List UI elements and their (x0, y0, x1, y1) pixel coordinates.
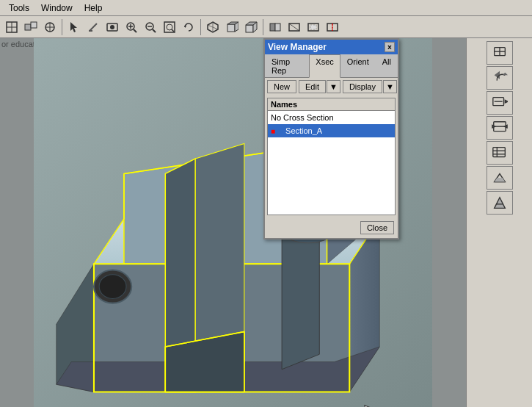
svg-line-36 (289, 24, 299, 31)
section-a-label: Section_A (285, 126, 322, 135)
svg-marker-91 (494, 178, 505, 182)
svg-rect-33 (270, 24, 275, 31)
right-btn-pan[interactable] (487, 116, 513, 140)
svg-line-19 (153, 29, 156, 32)
dialog-title: View Manager (268, 42, 327, 52)
right-btn-view-list[interactable] (487, 141, 513, 165)
svg-point-67 (99, 275, 126, 299)
toolbar-btn-zoom-in[interactable] (123, 18, 140, 36)
menu-help[interactable]: Help (79, 1, 109, 15)
names-header: Names (268, 98, 395, 111)
svg-line-16 (134, 29, 136, 32)
toolbar-btn-1[interactable] (3, 18, 21, 36)
right-btn-section-view[interactable] (487, 166, 513, 190)
svg-rect-3 (25, 24, 31, 30)
toolbar (0, 16, 532, 38)
toolbar-sep-3 (263, 19, 263, 35)
toolbar-btn-zoom-out[interactable] (142, 18, 159, 36)
svg-rect-10 (89, 30, 92, 32)
tab-simp-rep[interactable]: Simp Rep (265, 54, 309, 77)
toolbar-btn-sketch[interactable] (84, 18, 102, 36)
dialog-close-btn[interactable]: × (385, 42, 395, 52)
right-panel (466, 38, 532, 407)
svg-rect-85 (492, 148, 505, 157)
close-button[interactable]: Close (360, 221, 394, 234)
tab-all[interactable]: All (376, 54, 398, 77)
no-cross-section-item[interactable]: No Cross Section (268, 111, 395, 124)
svg-line-22 (172, 29, 174, 32)
main-area: or educational use only) (0, 38, 532, 407)
tab-orient[interactable]: Orient (340, 54, 376, 77)
menubar: Tools Window Help (0, 0, 532, 16)
right-btn-rotate[interactable] (487, 66, 513, 90)
svg-rect-38 (310, 25, 316, 29)
svg-rect-30 (246, 25, 253, 32)
svg-marker-92 (494, 198, 505, 209)
svg-rect-4 (31, 22, 37, 28)
dialog-tabs: Simp Rep Xsec Orient All (265, 54, 398, 78)
new-button[interactable]: New (267, 80, 296, 93)
svg-point-12 (110, 25, 114, 29)
toolbar-sep-1 (62, 19, 62, 35)
svg-marker-80 (505, 100, 508, 103)
toolbar-btn-hidden[interactable] (305, 18, 322, 36)
toolbar-btn-zoom-fit[interactable] (161, 18, 178, 36)
right-btn-render[interactable] (487, 191, 513, 215)
viewport[interactable]: or educational use only) (0, 38, 466, 407)
section-a-item[interactable]: ■ ▶ Section_A (268, 124, 395, 137)
svg-rect-9 (89, 23, 97, 31)
toolbar-btn-shading[interactable] (266, 18, 284, 36)
edit-dropdown-arrow[interactable]: ▼ (327, 80, 340, 93)
svg-point-21 (167, 24, 172, 30)
toolbar-btn-3[interactable] (41, 18, 59, 36)
menu-tools[interactable]: Tools (3, 1, 35, 15)
edit-dropdown: Edit ▼ (299, 80, 340, 93)
svg-rect-34 (275, 24, 280, 31)
toolbar-btn-wire[interactable] (285, 18, 303, 36)
toolbar-btn-select[interactable] (65, 18, 83, 36)
no-cross-section-label: No Cross Section (271, 113, 334, 122)
svg-marker-8 (70, 22, 77, 32)
svg-marker-77 (502, 73, 507, 76)
toolbar-btn-rotate[interactable] (180, 18, 197, 36)
svg-rect-27 (227, 24, 235, 32)
toolbar-sep-2 (200, 19, 201, 35)
edit-button[interactable]: Edit (299, 80, 326, 93)
toolbar-btn-2[interactable] (22, 18, 40, 36)
view-manager-dialog: View Manager × Simp Rep Xsec Orient All … (263, 38, 399, 239)
display-dropdown-arrow[interactable]: ▼ (383, 80, 397, 93)
svg-marker-84 (504, 125, 507, 128)
right-btn-pointer[interactable] (487, 41, 513, 65)
right-btn-zoom[interactable] (487, 91, 513, 115)
toolbar-btn-view[interactable] (103, 18, 121, 36)
menu-window[interactable]: Window (35, 1, 79, 15)
toolbar-btn-section[interactable] (324, 18, 341, 36)
toolbar-btn-3d-2[interactable] (223, 18, 241, 36)
dialog-toolbar: New Edit ▼ Display ▼ (265, 78, 398, 96)
section-a-red-icon: ■ (271, 127, 275, 135)
tab-xsec[interactable]: Xsec (309, 54, 340, 78)
toolbar-btn-3d-3[interactable] (242, 18, 260, 36)
dialog-footer: Close (265, 217, 398, 238)
dialog-titlebar: View Manager × (265, 40, 398, 54)
display-dropdown: Display ▼ (343, 80, 397, 93)
names-list: Names No Cross Section ■ ▶ Section_A (267, 98, 396, 215)
svg-marker-83 (492, 125, 495, 128)
section-a-arrow-icon: ▶ (277, 127, 283, 135)
display-button[interactable]: Display (343, 80, 382, 93)
toolbar-btn-3d-1[interactable] (204, 18, 222, 36)
